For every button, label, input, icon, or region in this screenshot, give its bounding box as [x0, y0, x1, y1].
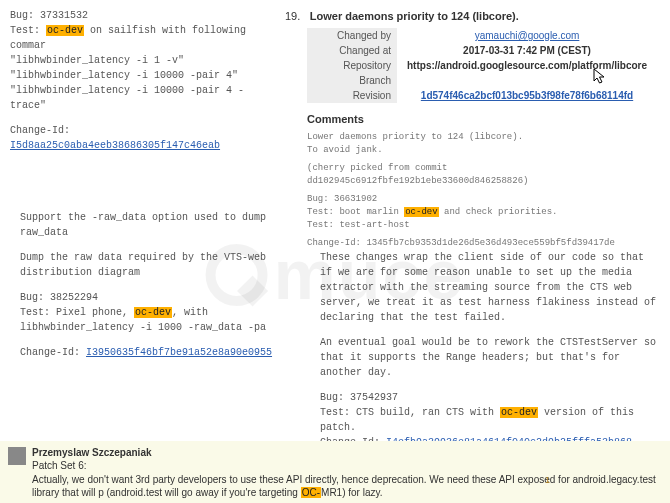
- bug-line: Bug: 38252294: [20, 290, 310, 305]
- meta-label: Repository: [307, 58, 397, 73]
- change-id-link[interactable]: I3950635f46bf7be91a52e8a90e0955: [86, 347, 272, 358]
- branch-value: [397, 73, 657, 88]
- repo-value[interactable]: https://android.googlesource.com/platfor…: [397, 58, 657, 73]
- revision-link[interactable]: 1d574f46ca2bcf013bc95b3f98fe78f6b68114fd: [421, 90, 633, 101]
- changed-at-value: 2017-03-31 7:42 PM (CEST): [397, 43, 657, 58]
- change-header: 19. Lower daemons priority to 124 (libco…: [285, 10, 665, 250]
- changed-by-link[interactable]: yamauchi@google.com: [475, 30, 580, 41]
- review-comment: Przemyslaw Szczepaniak Patch Set 6: Actu…: [0, 441, 670, 503]
- avatar: [8, 447, 26, 465]
- meta-label: Changed by: [307, 28, 397, 43]
- page-number: 1: [545, 475, 550, 485]
- bug-line: Bug: 37331532: [10, 8, 275, 23]
- cmd-line: "libhwbinder_latency -i 10000 -pair 4 -t…: [10, 83, 275, 113]
- change-id-link[interactable]: I5d8aa25c0aba4eeb38686305f147c46eab: [10, 140, 220, 151]
- code-snippet-2: Support the -raw_data option used to dum…: [20, 210, 310, 360]
- highlight-ocdev: oc-dev: [500, 407, 538, 418]
- change-id-line: Change-Id: I5d8aa25c0aba4eeb38686305f147…: [10, 123, 275, 153]
- test-line: Test: Pixel phone, oc-dev, with: [20, 305, 310, 320]
- comment-author[interactable]: Przemyslaw Szczepaniak: [32, 447, 662, 458]
- cmd-line: "libhwbinder_latency -i 1 -v": [10, 53, 275, 68]
- highlight-ocdev: oc-dev: [134, 307, 172, 318]
- meta-label: Revision: [307, 88, 397, 103]
- bug-line: Bug: 37542937: [320, 390, 660, 405]
- patch-set-label: Patch Set 6:: [32, 460, 662, 471]
- change-title: Lower daemons priority to 124 (libcore).: [310, 10, 519, 22]
- cmd-line: "libhwbinder_latency -i 10000 -pair 4": [10, 68, 275, 83]
- change-id-line: Change-Id: I3950635f46bf7be91a52e8a90e09…: [20, 345, 310, 360]
- code-snippet-1: Bug: 37331532 Test: oc-dev on sailfish w…: [10, 8, 275, 153]
- comments-header: Comments: [307, 113, 665, 125]
- test-line: Test: CTS build, ran CTS with oc-dev ver…: [320, 405, 660, 435]
- comment-body: Lower daemons priority to 124 (libcore).…: [307, 131, 665, 250]
- change-number: 19.: [285, 10, 307, 22]
- change-meta-table: Changed by yamauchi@google.com Changed a…: [307, 28, 657, 103]
- highlight-oc: OC-: [301, 487, 321, 498]
- highlight-ocdev: oc-dev: [404, 207, 438, 217]
- highlight-ocdev: oc-dev: [46, 25, 84, 36]
- meta-label: Changed at: [307, 43, 397, 58]
- meta-label: Branch: [307, 73, 397, 88]
- test-line: Test: oc-dev on sailfish with following …: [10, 23, 275, 53]
- comment-body: Actually, we don't want 3rd party develo…: [32, 473, 662, 499]
